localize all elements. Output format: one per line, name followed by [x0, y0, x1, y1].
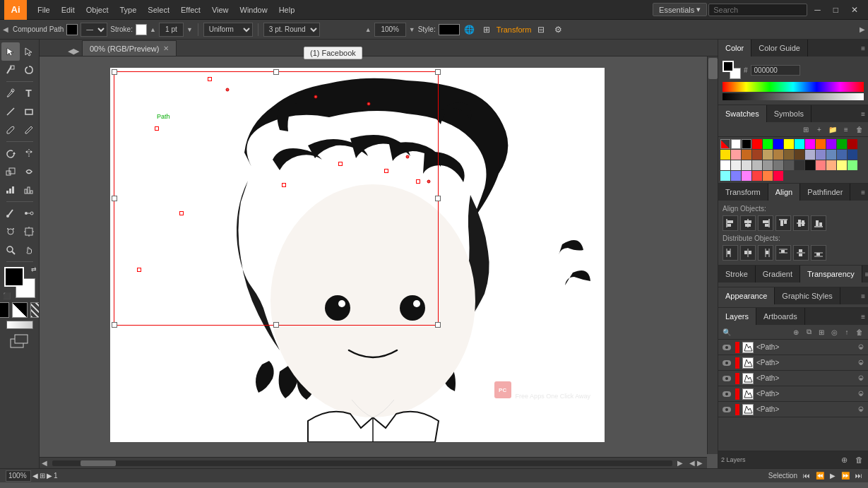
search-input[interactable]	[708, 4, 807, 16]
appearance-tab[interactable]: Appearance	[718, 287, 775, 304]
artboard-tool[interactable]	[20, 222, 38, 241]
swatch-delete-icon[interactable]: 🗑	[854, 124, 865, 135]
menu-file[interactable]: File	[32, 4, 55, 16]
layer-toggle-icon[interactable]: 🔍	[721, 326, 732, 338]
sw20[interactable]	[784, 160, 794, 170]
zoom-tool[interactable]	[1, 241, 20, 259]
color-mode-btn[interactable]	[0, 302, 9, 318]
sw25[interactable]	[837, 160, 847, 170]
align-tab[interactable]: Align	[768, 184, 800, 201]
warp-tool[interactable]	[20, 162, 38, 181]
zoom-down-icon[interactable]: ▼	[409, 26, 415, 33]
pen-tool[interactable]	[1, 84, 20, 102]
align-icon[interactable]: ⊟	[534, 23, 548, 37]
layer-lock-4[interactable]	[857, 390, 865, 398]
align-left-btn[interactable]	[723, 215, 738, 231]
layer-lock-1[interactable]	[857, 343, 865, 352]
swatches-menu[interactable]: ≡	[858, 110, 868, 118]
direct-selection-tool[interactable]	[20, 42, 38, 61]
sw21[interactable]	[795, 160, 804, 170]
sw32[interactable]	[773, 171, 783, 181]
sw6[interactable]	[773, 150, 783, 160]
sw2[interactable]	[731, 150, 741, 160]
play-icon[interactable]: ▶	[830, 472, 836, 480]
menu-select[interactable]: Select	[143, 4, 174, 16]
layer-delete-icon[interactable]: 🗑	[854, 326, 865, 338]
color-tab[interactable]: Color	[718, 40, 751, 56]
style-swatch[interactable]	[439, 24, 460, 35]
sw17[interactable]	[752, 160, 762, 170]
transform-label[interactable]: Transform	[497, 25, 532, 34]
panel-expand-icon[interactable]: ▶	[860, 25, 865, 33]
transparency-tab[interactable]: Transparency	[800, 266, 862, 282]
swap-colors-icon[interactable]: ⇄	[31, 266, 37, 273]
zoom-up-icon[interactable]: ▲	[365, 26, 371, 33]
fill-style-select[interactable]: —	[81, 23, 107, 37]
stroke-up-icon[interactable]: ▲	[150, 26, 156, 33]
layer-vis-5[interactable]	[721, 404, 732, 415]
maximize-button[interactable]: □	[828, 4, 844, 16]
options-icon[interactable]: ⚙	[551, 23, 565, 37]
vertical-scrollbar[interactable]	[707, 56, 718, 454]
reflect-tool[interactable]	[20, 144, 38, 162]
dist-top-btn[interactable]	[775, 245, 791, 261]
paintbrush-tool[interactable]	[1, 121, 20, 139]
color-spectrum[interactable]	[723, 82, 864, 92]
essentials-button[interactable]: Essentials ▾	[653, 3, 707, 16]
sw19[interactable]	[773, 160, 783, 170]
menu-effect[interactable]: Effect	[176, 4, 206, 16]
stroke-color-swatch[interactable]	[136, 24, 147, 35]
fg-swatch[interactable]	[723, 61, 734, 72]
layer-locate-icon[interactable]: ◎	[828, 326, 840, 338]
sw26[interactable]	[848, 160, 857, 170]
swatch-none[interactable]	[720, 139, 730, 149]
column-graph-tool[interactable]	[20, 181, 38, 199]
zoom-input[interactable]	[374, 23, 406, 37]
layer-copy-icon[interactable]: ⧉	[803, 326, 814, 338]
sw11[interactable]	[826, 150, 836, 160]
sw8[interactable]	[795, 150, 804, 160]
sw28[interactable]	[731, 171, 741, 181]
swatch-magenta[interactable]	[805, 139, 815, 149]
sw9[interactable]	[805, 150, 815, 160]
sw24[interactable]	[826, 160, 836, 170]
sw23[interactable]	[816, 160, 826, 170]
swatch-green[interactable]	[763, 139, 773, 149]
sw15[interactable]	[731, 160, 741, 170]
swatch-library-icon[interactable]: ≡	[840, 124, 852, 135]
horizontal-scrollbar[interactable]: ◀ ▶ ◀ ▶	[40, 457, 707, 468]
sw18[interactable]	[763, 160, 773, 170]
color-guide-tab[interactable]: Color Guide	[751, 40, 808, 56]
graphic-styles-tab[interactable]: Graphic Styles	[775, 287, 840, 304]
rotate-tool[interactable]	[1, 144, 20, 162]
dist-left-btn[interactable]	[723, 245, 738, 261]
align-right-btn[interactable]	[758, 215, 773, 231]
swatches-tab[interactable]: Swatches	[718, 105, 767, 122]
scrollbar-thumb-h[interactable]	[81, 460, 116, 466]
rectangle-tool[interactable]	[20, 102, 38, 121]
sw29[interactable]	[742, 171, 751, 181]
lasso-tool[interactable]	[20, 61, 38, 79]
eyedropper-tool[interactable]	[1, 204, 20, 222]
stroke-cap-select[interactable]: 3 pt. Round	[263, 23, 320, 37]
zoom-prev-icon[interactable]: ◀	[32, 472, 38, 480]
swatch-red[interactable]	[752, 139, 762, 149]
dist-center-h-btn[interactable]	[740, 245, 756, 261]
type-tool[interactable]: T	[20, 84, 38, 102]
document-tab[interactable]: 00% (RGB/Preview) ✕	[82, 40, 177, 56]
swatch-folder-icon[interactable]: 📁	[827, 124, 838, 135]
align-bottom-btn[interactable]	[811, 215, 826, 231]
scroll-left-icon[interactable]: ◀	[40, 459, 49, 467]
align-center-h-btn[interactable]	[740, 215, 756, 231]
sw31[interactable]	[763, 171, 773, 181]
swatch-purple[interactable]	[826, 139, 836, 149]
sw1[interactable]	[720, 150, 730, 160]
magic-wand-tool[interactable]	[1, 61, 20, 79]
swatch-black[interactable]	[742, 139, 751, 149]
stroke-weight-input[interactable]	[159, 23, 184, 37]
brushes-menu[interactable]: ≡	[862, 270, 868, 278]
swatch-darkgreen[interactable]	[837, 139, 847, 149]
line-tool[interactable]	[1, 102, 20, 121]
reset-colors-icon[interactable]: ⬛	[3, 292, 11, 299]
sw5[interactable]	[763, 150, 773, 160]
